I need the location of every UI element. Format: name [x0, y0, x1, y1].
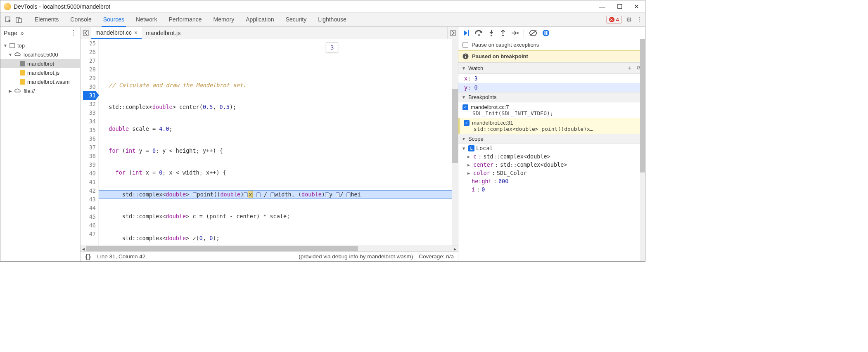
device-toolbar-icon[interactable] [14, 14, 24, 25]
cursor-position: Line 31, Column 42 [97, 253, 145, 260]
code-editor[interactable]: 2526272829303132333435363738394041424344… [81, 39, 458, 246]
window-minimize-button[interactable]: — [599, 3, 605, 10]
window-title: DevTools - localhost:5000/mandelbrot [14, 3, 110, 10]
panel-tabs: Elements Console Sources Network Perform… [33, 13, 348, 27]
tree-file-mandelbrot-wasm[interactable]: mandelbrot.wasm [0, 77, 80, 86]
error-count: 4 [616, 17, 619, 23]
editor-tab-mandelbrot-cc[interactable]: mandelbrot.cc × [91, 27, 142, 39]
svg-point-6 [478, 34, 480, 36]
tree-top-frame[interactable]: ▼top [0, 41, 80, 50]
tree-file-origin[interactable]: ▶file:// [0, 86, 80, 95]
editor-nav-back-icon[interactable] [81, 27, 91, 39]
toolbar-divider [27, 16, 27, 24]
watch-item[interactable]: y: 0 [458, 83, 645, 92]
debug-info-label: (provided via debug info by mandelbrot.w… [299, 253, 413, 260]
main-toolbar: Elements Console Sources Network Perform… [0, 13, 645, 27]
navigator-more-tabs-icon[interactable]: » [21, 30, 24, 36]
script-icon [20, 79, 25, 85]
scope-variable[interactable]: i: 0 [458, 185, 645, 194]
inspect-element-icon[interactable] [3, 14, 14, 25]
breakpoint-item[interactable]: ✓mandelbrot.cc:7 SDL_Init(SDL_INIT_VIDEO… [458, 102, 645, 118]
title-bar: DevTools - localhost:5000/mandelbrot — ☐… [0, 0, 645, 13]
pause-on-exceptions-icon[interactable] [542, 29, 550, 37]
pause-on-caught-row[interactable]: Pause on caught exceptions [458, 39, 645, 50]
tab-network[interactable]: Network [134, 13, 159, 27]
editor-horizontal-scrollbar[interactable]: ◄ ► [81, 246, 458, 251]
code-content[interactable]: 3 // Calculate and draw the Mandelbrot s… [99, 39, 458, 246]
cloud-icon [14, 88, 21, 94]
local-badge-icon: L [468, 145, 474, 151]
error-icon: ✕ [609, 17, 614, 22]
tab-lighthouse[interactable]: Lighthouse [316, 13, 348, 27]
resume-icon[interactable] [462, 29, 470, 37]
tab-elements[interactable]: Elements [33, 13, 60, 27]
debugger-vertical-scrollbar[interactable] [640, 39, 645, 261]
tab-application[interactable]: Application [244, 13, 276, 27]
svg-rect-16 [465, 54, 466, 55]
window-close-button[interactable]: ✕ [634, 3, 639, 10]
tab-console[interactable]: Console [69, 13, 93, 27]
window-maximize-button[interactable]: ☐ [617, 3, 622, 10]
scope-section-header[interactable]: ▼Scope [458, 134, 645, 144]
cloud-icon [14, 52, 21, 57]
document-icon [20, 61, 25, 66]
script-icon [20, 70, 25, 76]
pause-on-caught-checkbox[interactable] [462, 42, 468, 48]
svg-rect-12 [545, 31, 546, 35]
info-icon [462, 53, 469, 59]
coverage-label: Coverage: n/a [419, 253, 454, 260]
breakpoint-checkbox[interactable]: ✓ [464, 120, 470, 126]
scope-variable[interactable]: ▶color: SDL_Color [458, 169, 645, 177]
tree-origin[interactable]: ▼localhost:5000 [0, 50, 80, 59]
deactivate-breakpoints-icon[interactable] [529, 30, 537, 36]
watch-section-header[interactable]: ▼Watch ＋ ⟳ [458, 62, 645, 74]
scope-local-header[interactable]: ▼L Local [458, 144, 645, 152]
scope-variable[interactable]: height: 600 [458, 177, 645, 185]
add-watch-icon[interactable]: ＋ [627, 64, 633, 72]
step-over-icon[interactable] [475, 30, 483, 36]
tab-sources[interactable]: Sources [102, 13, 126, 27]
debug-source-link[interactable]: mandelbrot.wasm [367, 253, 411, 260]
scroll-right-icon[interactable]: ► [452, 246, 458, 252]
navigator-tree: ▼top ▼localhost:5000 mandelbrot mandelbr… [0, 39, 80, 261]
tree-file-mandelbrot-js[interactable]: mandelbrot.js [0, 68, 80, 77]
tab-performance[interactable]: Performance [167, 13, 203, 27]
editor-nav-forward-icon[interactable] [447, 27, 458, 39]
tree-file-mandelbrot[interactable]: mandelbrot [0, 59, 80, 68]
frame-icon [9, 43, 15, 48]
debugger-toolbar [458, 27, 645, 39]
editor-tab-mandelbrot-js[interactable]: mandelbrot.js [142, 27, 185, 39]
pause-on-caught-label: Pause on caught exceptions [472, 42, 539, 48]
breakpoint-checkbox[interactable]: ✓ [462, 104, 468, 110]
tab-memory[interactable]: Memory [212, 13, 236, 27]
editor-status-bar: {} Line 31, Column 42 (provided via debu… [81, 251, 458, 261]
hover-tooltip: 3 [326, 43, 338, 52]
breakpoint-item[interactable]: ✓mandelbrot.cc:31 std::complex<double> p… [458, 118, 645, 134]
svg-rect-2 [19, 19, 21, 23]
scope-variable[interactable]: ▶center: std::complex<double> [458, 161, 645, 169]
editor-tab-label: mandelbrot.cc [95, 29, 132, 36]
pretty-print-icon[interactable]: {} [85, 253, 91, 260]
step-into-icon[interactable] [488, 29, 495, 37]
breakpoints-section-header[interactable]: ▼Breakpoints [458, 92, 645, 102]
svg-point-7 [491, 35, 492, 36]
error-count-badge[interactable]: ✕ 4 [606, 16, 622, 24]
step-marker-icon [193, 192, 197, 197]
svg-rect-5 [468, 30, 469, 36]
sources-navigator: Page » ⋮ ▼top ▼localhost:5000 mandelbrot… [0, 27, 81, 261]
kebab-menu-icon[interactable]: ⋮ [636, 16, 643, 24]
step-out-icon[interactable] [500, 29, 506, 37]
line-gutter[interactable]: 2526272829303132333435363738394041424344… [81, 39, 99, 246]
settings-gear-icon[interactable]: ⚙ [626, 16, 632, 24]
step-icon[interactable] [511, 30, 519, 36]
watch-item[interactable]: x: 3 [458, 74, 645, 83]
navigator-menu-icon[interactable]: ⋮ [70, 29, 77, 37]
scroll-left-icon[interactable]: ◄ [81, 246, 86, 252]
svg-point-8 [502, 35, 504, 36]
devtools-logo-icon [4, 3, 11, 10]
scope-variable[interactable]: ▶c: std::complex<double> [458, 152, 645, 161]
navigator-heading[interactable]: Page [4, 30, 17, 36]
editor-vertical-scrollbar[interactable] [452, 39, 458, 246]
tab-security[interactable]: Security [284, 13, 308, 27]
close-tab-icon[interactable]: × [134, 29, 138, 36]
